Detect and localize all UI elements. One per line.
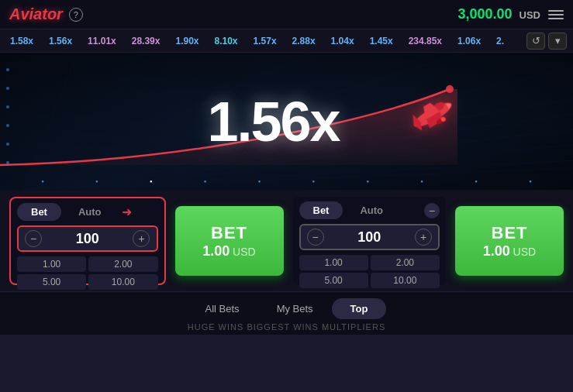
mult-item: 1.06x (454, 34, 485, 48)
left-tab-auto[interactable]: Auto (64, 203, 116, 221)
left-bet-tabs: Bet Auto ➜ (17, 203, 158, 221)
balance-value: 3,000.00 USD (457, 6, 540, 22)
left-quick-2[interactable]: 2.00 (88, 256, 157, 272)
right-bet-btn-amount-row: 1.00 USD (483, 243, 536, 260)
left-decrease-btn[interactable]: − (25, 230, 42, 247)
right-bet-button-col: BET 1.00 USD (455, 197, 564, 285)
right-quick-1[interactable]: 1.00 (299, 255, 368, 270)
left-bet-button[interactable]: BET 1.00 USD (175, 206, 284, 276)
tab-all-bets[interactable]: All Bets (187, 298, 258, 319)
progress-dots: ● ● ● ● ● ● ● ● ● ● (0, 179, 573, 184)
left-bet-btn-amount-row: 1.00 USD (202, 243, 255, 260)
right-quick-3[interactable]: 5.00 (299, 273, 368, 288)
right-bet-btn-amount: 1.00 (483, 243, 510, 259)
left-bet-panel: Bet Auto ➜ − 100 + 1.00 2.00 5.00 10.00 (9, 197, 166, 285)
left-bet-input: − 100 + (17, 225, 158, 252)
header-left: Aviator ? (9, 5, 83, 23)
right-quick-amounts: 1.00 2.00 5.00 10.00 (299, 255, 440, 288)
right-bet-input: − 100 + (299, 224, 440, 250)
mult-item: 1.57x (250, 34, 281, 48)
mult-item: 2. (492, 34, 508, 48)
header-right: 3,000.00 USD (457, 6, 564, 22)
right-bet-value: 100 (357, 229, 381, 246)
left-bet-button-col: BET 1.00 USD (175, 197, 284, 285)
right-bet-button[interactable]: BET 1.00 USD (455, 206, 564, 276)
mult-item: 2.88x (288, 34, 319, 48)
bottom-hint: HUGE WINS BIGGEST WINS MULTIPLIERS (9, 322, 564, 332)
right-bet-panel: Bet Auto − − 100 + 1.00 2.00 5.00 10.00 (293, 197, 447, 285)
mult-item: 8.10x (211, 34, 242, 48)
game-area: 1.56x ● (0, 53, 573, 191)
mult-item: 11.01x (84, 34, 120, 48)
mult-item: 1.45x (366, 34, 397, 48)
right-quick-2[interactable]: 2.00 (371, 255, 440, 270)
balance-currency: USD (519, 9, 540, 21)
right-collapse-col: − (424, 203, 440, 218)
main-multiplier: 1.56x (207, 90, 339, 153)
arrow-indicator: ➜ (122, 205, 132, 219)
right-bet-tabs: Bet Auto − (299, 201, 440, 219)
mult-item: 1.04x (327, 34, 358, 48)
left-bet-btn-currency: USD (233, 246, 256, 258)
right-tab-bet[interactable]: Bet (299, 201, 343, 219)
tab-my-bets[interactable]: My Bets (258, 298, 332, 319)
logo: Aviator (9, 5, 63, 23)
mult-item: 234.85x (405, 34, 446, 48)
left-quick-4[interactable]: 10.00 (88, 274, 157, 290)
history-button[interactable]: ↺ (526, 33, 545, 50)
right-quick-4[interactable]: 10.00 (371, 273, 440, 288)
multiplier-bar: 1.58x 1.56x 11.01x 28.39x 1.90x 8.10x 1.… (0, 29, 573, 53)
left-quick-amounts: 1.00 2.00 5.00 10.00 (17, 256, 158, 290)
right-tab-auto[interactable]: Auto (346, 201, 397, 219)
mult-item: 1.56x (45, 34, 76, 48)
mult-item: 1.58x (6, 34, 37, 48)
left-increase-btn[interactable]: + (133, 230, 150, 247)
left-quick-3[interactable]: 5.00 (17, 274, 86, 290)
left-quick-1[interactable]: 1.00 (17, 256, 86, 272)
help-icon[interactable]: ? (69, 8, 83, 22)
bar-controls: ↺ ▾ (526, 33, 567, 50)
right-decrease-btn[interactable]: − (307, 229, 324, 246)
bottom-tabs: All Bets My Bets Top (9, 298, 564, 319)
right-amount-row: − 100 + (299, 224, 440, 250)
left-tab-bet[interactable]: Bet (17, 203, 61, 221)
right-increase-btn[interactable]: + (415, 229, 432, 246)
bottom-tabs-area: All Bets My Bets Top HUGE WINS BIGGEST W… (0, 291, 573, 335)
left-bet-value: 100 (76, 231, 99, 247)
left-amount-row: − 100 + (17, 225, 158, 252)
left-bet-btn-amount: 1.00 (202, 243, 230, 259)
controls-area: Bet Auto ➜ − 100 + 1.00 2.00 5.00 10.00 … (0, 191, 573, 291)
right-bet-btn-label: BET (492, 223, 528, 243)
right-collapse-btn[interactable]: − (424, 203, 440, 218)
expand-button[interactable]: ▾ (548, 33, 567, 50)
header: Aviator ? 3,000.00 USD (0, 0, 573, 29)
menu-button[interactable] (548, 10, 564, 19)
right-bet-btn-currency: USD (513, 246, 537, 258)
left-bet-btn-label: BET (211, 223, 247, 243)
mult-item: 28.39x (128, 34, 164, 48)
tab-top[interactable]: Top (332, 298, 387, 319)
mult-item: 1.90x (171, 34, 202, 48)
